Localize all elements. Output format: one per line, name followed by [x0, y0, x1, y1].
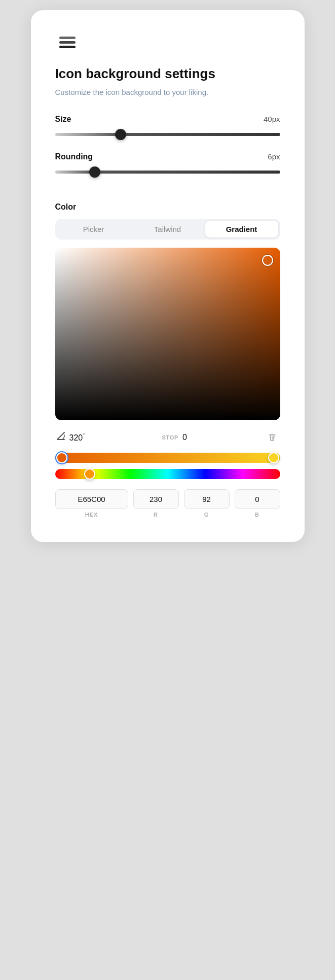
r-input-group: R: [133, 489, 179, 518]
g-label: G: [204, 512, 209, 518]
canvas-thumb[interactable]: [262, 255, 273, 266]
gradient-thumb-left[interactable]: [56, 452, 67, 463]
size-label: Size: [55, 115, 71, 124]
settings-card: Icon background settings Customize the i…: [31, 10, 305, 542]
b-input-group: B: [235, 489, 280, 518]
degree-symbol: °: [83, 432, 85, 439]
r-label: R: [154, 512, 158, 518]
tab-gradient[interactable]: Gradient: [205, 221, 278, 238]
b-label: B: [255, 512, 259, 518]
color-inputs: HEX R G B: [55, 489, 280, 518]
page-title: Icon background settings: [55, 66, 280, 82]
rounding-label: Rounding: [55, 152, 93, 161]
svg-rect-1: [59, 41, 76, 44]
color-tabs: Picker Tailwind Gradient: [55, 219, 280, 240]
b-input[interactable]: [235, 489, 280, 509]
stop-label: STOP: [162, 434, 178, 441]
tab-tailwind[interactable]: Tailwind: [131, 221, 204, 238]
color-section-label: Color: [55, 202, 280, 212]
gradient-thumb-right[interactable]: [268, 452, 279, 463]
stop-value: 0: [182, 433, 187, 442]
r-input[interactable]: [133, 489, 179, 509]
hex-input-group: HEX: [55, 489, 128, 518]
rounding-value: 6px: [268, 152, 280, 161]
stop-control: STOP 0: [162, 433, 187, 442]
gradient-stop-bar[interactable]: [55, 453, 280, 463]
page-subtitle: Customize the icon background to your li…: [55, 87, 280, 98]
rounding-slider-section: Rounding 6px: [55, 152, 280, 176]
divider: [55, 190, 280, 190]
g-input-group: G: [184, 489, 230, 518]
angle-value: 320°: [69, 432, 86, 443]
size-slider-section: Size 40px: [55, 115, 280, 138]
hex-input[interactable]: [55, 489, 128, 509]
gradient-controls: 320° STOP 0: [55, 429, 280, 446]
svg-rect-2: [59, 37, 76, 39]
delete-stop-button[interactable]: [264, 429, 280, 446]
svg-rect-0: [59, 46, 76, 48]
g-input[interactable]: [184, 489, 230, 509]
angle-control: 320°: [55, 430, 86, 444]
size-value: 40px: [264, 115, 280, 123]
logo: [55, 30, 280, 66]
rounding-slider[interactable]: [55, 171, 280, 174]
tab-picker[interactable]: Picker: [57, 221, 130, 238]
angle-icon: [55, 430, 66, 444]
size-slider[interactable]: [55, 133, 280, 136]
color-section: Color Picker Tailwind Gradient: [55, 202, 280, 518]
hue-slider-bar[interactable]: [55, 469, 280, 479]
hue-thumb[interactable]: [84, 468, 95, 480]
hex-label: HEX: [85, 512, 98, 518]
color-picker-canvas[interactable]: [55, 248, 280, 420]
